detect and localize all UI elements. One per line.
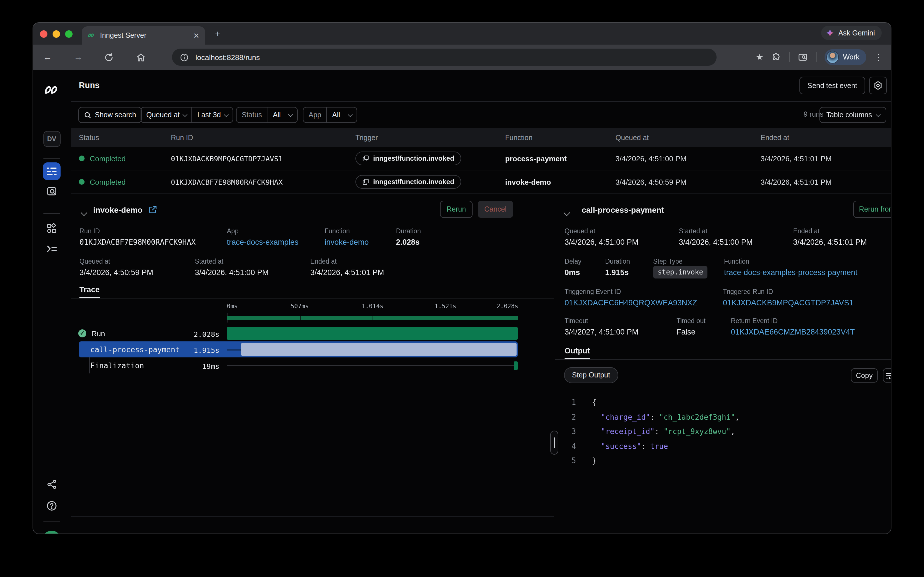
sidebar-item-apps[interactable] xyxy=(33,223,70,234)
browser-tab[interactable]: Inngest Server ✕ xyxy=(82,26,205,45)
tab-trace[interactable]: Trace xyxy=(79,285,100,294)
extensions-puzzle-icon[interactable] xyxy=(771,52,781,62)
line-number: 1 xyxy=(555,395,576,410)
step-wait-connector xyxy=(227,349,241,350)
started-at-value: 3/4/2026, 4:51:00 PM xyxy=(679,238,752,247)
column-header-status[interactable]: Status xyxy=(79,134,171,142)
side-panel-search-icon[interactable] xyxy=(798,52,808,62)
rerun-button[interactable]: Rerun xyxy=(440,201,472,218)
column-header-queued-at[interactable]: Queued at xyxy=(615,134,760,142)
new-tab-button[interactable]: + xyxy=(215,29,220,40)
back-icon[interactable]: ← xyxy=(41,52,54,62)
tick-label: 507ms xyxy=(291,303,309,309)
window-minimize-button[interactable] xyxy=(53,30,60,38)
ended-at-cell: 3/4/2026, 4:51:01 PM xyxy=(760,177,892,186)
ended-at-cell: 3/4/2026, 4:51:01 PM xyxy=(760,154,892,163)
home-icon[interactable] xyxy=(136,52,149,62)
trigger-pill[interactable]: inngest/function.invoked xyxy=(355,152,461,165)
time-range-dropdown[interactable]: Last 3d xyxy=(192,108,233,122)
status-filter-dropdown[interactable]: All xyxy=(267,108,297,122)
url-bar[interactable]: localhost:8288/runs xyxy=(172,48,717,66)
delay-value: 0ms xyxy=(564,268,580,277)
external-link-icon[interactable] xyxy=(149,205,157,214)
browser-menu-icon[interactable]: ⋮ xyxy=(874,52,883,62)
window-close-button[interactable] xyxy=(40,30,47,38)
trace-minimap[interactable] xyxy=(227,313,518,322)
tick-label: 2.028s xyxy=(497,303,518,309)
cancel-button[interactable]: Cancel xyxy=(478,201,513,218)
copy-label: Copy xyxy=(856,371,873,379)
trace-row-finalization[interactable]: Finalization 19ms xyxy=(79,358,518,374)
send-test-event-button[interactable]: Send test event xyxy=(799,77,865,94)
duration-value: 2.028s xyxy=(396,238,420,247)
table-columns-button[interactable]: Table columns xyxy=(820,107,886,123)
app-link[interactable]: trace-docs-examples xyxy=(227,238,299,247)
column-header-function[interactable]: Function xyxy=(505,134,615,142)
return-event-id-label: Return Event ID xyxy=(731,318,778,324)
tab-close-icon[interactable]: ✕ xyxy=(193,31,199,40)
sidebar-item-functions[interactable] xyxy=(33,244,70,254)
sidebar-item-help[interactable] xyxy=(33,500,70,511)
queued-at-cell: 3/4/2026, 4:51:00 PM xyxy=(615,154,760,163)
output-code-block[interactable]: 1 { 2 "charge_id": "ch_1abc2def3ghi", 3 … xyxy=(555,395,892,468)
tick-label: 0ms xyxy=(227,303,238,309)
page-title: Runs xyxy=(79,81,100,90)
cancel-label: Cancel xyxy=(484,205,506,213)
sidebar-item-event-search[interactable] xyxy=(33,186,70,197)
workspace-avatar[interactable]: DV xyxy=(33,131,70,147)
search-icon xyxy=(84,111,92,119)
site-info-icon[interactable] xyxy=(180,53,188,61)
tab-output[interactable]: Output xyxy=(564,347,590,355)
step-span-bar[interactable] xyxy=(241,343,517,356)
table-row[interactable]: Completed 01KJXDACKB9MPQACGTDP7JAVS1 inn… xyxy=(71,147,892,171)
ask-gemini-button[interactable]: Ask Gemini xyxy=(821,26,882,40)
show-search-button[interactable]: Show search xyxy=(78,107,142,123)
trace-row-call-process-payment-selected[interactable]: call-process-payment 1.915s xyxy=(79,342,518,358)
forward-icon[interactable]: → xyxy=(72,52,85,62)
trigger-pill[interactable]: inngest/function.invoked xyxy=(355,175,461,189)
inngest-logo[interactable] xyxy=(33,83,70,97)
word-wrap-button[interactable] xyxy=(883,368,892,383)
sidebar-item-runs[interactable] xyxy=(33,163,70,180)
finalization-span-bar[interactable] xyxy=(514,361,518,370)
dev-server-button[interactable]: </> xyxy=(33,531,70,534)
sidebar-item-share-feedback[interactable] xyxy=(33,479,70,490)
toolbar-right-cluster: ★ Work ⋮ xyxy=(756,45,891,70)
bookmark-star-icon[interactable]: ★ xyxy=(756,52,763,62)
url-text[interactable]: localhost:8288/runs xyxy=(195,53,260,61)
rerun-from-step-button[interactable]: Rerun from step xyxy=(853,201,892,218)
trace-row-run[interactable]: ✓ Run 2.028s xyxy=(79,326,518,342)
table-row[interactable]: Completed 01KJXDACBF7E98M00RAFCK9HAX inn… xyxy=(71,171,892,194)
queued-at-cell: 3/4/2026, 4:50:59 PM xyxy=(615,177,760,186)
collapse-chevron-icon[interactable] xyxy=(564,207,569,217)
reload-icon[interactable] xyxy=(104,52,117,62)
function-link[interactable]: trace-docs-examples-process-payment xyxy=(724,268,857,277)
timed-out-value: False xyxy=(677,328,696,336)
column-header-ended-at[interactable]: Ended at xyxy=(760,134,892,142)
function-link[interactable]: invoke-demo xyxy=(325,238,369,247)
browser-profile-button[interactable]: Work xyxy=(824,49,866,65)
column-header-trigger[interactable]: Trigger xyxy=(355,134,505,142)
column-header-run-id[interactable]: Run ID xyxy=(171,134,355,142)
pane-resize-handle[interactable] xyxy=(550,430,558,455)
app-label: App xyxy=(227,227,239,234)
triggered-run-id-link[interactable]: 01KJXDACKB9MPQACGTDP7JAVS1 xyxy=(723,298,853,307)
return-event-id-link[interactable]: 01KJXDAE66CMZMB28439023V4T xyxy=(731,328,855,336)
window-zoom-button[interactable] xyxy=(65,30,72,38)
code-line: 3 "receipt_id": "rcpt_9xyz8wvu", xyxy=(555,424,892,439)
step-output-toggle[interactable]: Step Output xyxy=(564,367,618,383)
ended-at-label: Ended at xyxy=(310,258,337,265)
triggering-event-id-link[interactable]: 01KJXDACEC6H49QRQXWEA93NXZ xyxy=(564,298,697,307)
app-filter-dropdown[interactable]: All xyxy=(326,108,357,122)
chevron-down-icon xyxy=(348,112,353,117)
ended-at-value: 3/4/2026, 4:51:01 PM xyxy=(793,238,867,247)
run-detail-title: invoke-demo xyxy=(93,205,143,214)
settings-button[interactable] xyxy=(869,77,887,94)
app-filter-value: All xyxy=(332,111,340,119)
code-line: 1 { xyxy=(555,395,892,410)
collapse-chevron-icon[interactable] xyxy=(82,207,86,217)
gear-icon xyxy=(873,81,883,90)
copy-button[interactable]: Copy xyxy=(851,368,878,383)
run-span-bar[interactable] xyxy=(227,327,518,340)
time-field-dropdown[interactable]: Queued at xyxy=(141,108,192,122)
